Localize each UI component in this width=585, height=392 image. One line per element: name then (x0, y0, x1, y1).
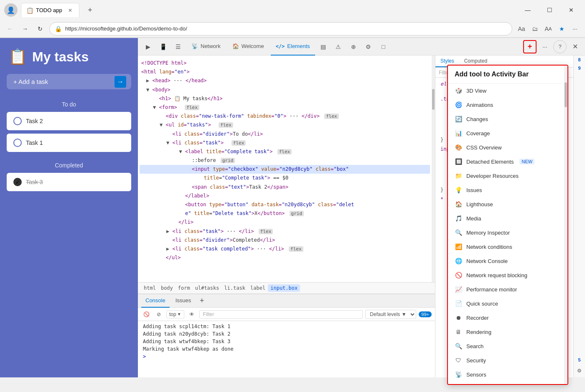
dropdown-item-memory-inspector[interactable]: 🔍 Memory Inspector (448, 225, 567, 240)
translate-button[interactable]: AA (542, 23, 554, 35)
browser-tab-todo[interactable]: 📋 TODO app ✕ (21, 3, 79, 17)
tab-close-button[interactable]: ✕ (66, 7, 74, 14)
dropdown-item-rendering[interactable]: 🖥 Rendering (448, 325, 567, 339)
dropdown-item-label: Security (466, 357, 486, 364)
recorder-icon: ⏺ (455, 314, 462, 321)
profile-avatar[interactable]: 👤 (4, 3, 18, 17)
device-toolbar-button[interactable]: □ (377, 40, 390, 53)
sidebar-number-8[interactable]: 8 (578, 57, 580, 62)
minimize-button[interactable]: — (518, 3, 537, 17)
dropdown-item-detached-elements[interactable]: 🔲 Detached Elements NEW (448, 154, 567, 169)
more-button[interactable]: ··· (569, 23, 581, 35)
collections-button[interactable]: 🗂 (529, 23, 541, 35)
dropdown-item-media[interactable]: 🎵 Media (448, 211, 567, 225)
task-checkbox-task1[interactable] (13, 139, 22, 147)
console-line: Adding task scpl14ctm: Task 1 (141, 323, 432, 330)
dropdown-item-quick-source[interactable]: 📄 Quick source (448, 296, 567, 311)
console-add-panel-button[interactable]: + (197, 296, 207, 306)
console-filter-button[interactable]: ⊘ (154, 309, 164, 319)
task-checkbox-task3[interactable]: ✓ (13, 178, 22, 186)
forward-button[interactable]: → (19, 23, 31, 35)
console-line: Marking task wtwf4bkep as done (141, 345, 432, 353)
console-filter-input[interactable] (199, 310, 363, 319)
read-aloud-button[interactable]: Aa (516, 23, 527, 35)
dropdown-item-issues[interactable]: 💡 Issues (448, 183, 567, 197)
console-clear-button[interactable]: 🚫 (141, 309, 151, 319)
html-view[interactable]: <!DOCTYPE html> <html lang="en"> ▶ <head… (138, 56, 432, 282)
console-panel-button[interactable]: ▤ (317, 40, 330, 53)
dropdown-item-lighthouse[interactable]: 🏠 Lighthouse (448, 197, 567, 211)
maximize-button[interactable]: ☐ (540, 3, 559, 17)
console-eye-button[interactable]: 👁 (187, 309, 197, 319)
favorites-button[interactable]: ★ (556, 23, 567, 35)
help-button[interactable]: ? (553, 40, 567, 53)
dropdown-scrollbar[interactable] (564, 66, 567, 384)
elements-scrollbar[interactable] (432, 56, 435, 282)
breadcrumb-label[interactable]: label (248, 284, 268, 292)
dropdown-item-network-request-blocking[interactable]: 🚫 Network request blocking (448, 268, 567, 282)
add-task-button[interactable]: + Add a task → (7, 74, 131, 89)
breadcrumb-body[interactable]: body (158, 284, 176, 292)
dropdown-item-security[interactable]: 🛡 Security (448, 353, 567, 367)
console-context-dropdown[interactable]: top ▼ (166, 310, 184, 319)
dropdown-item-search[interactable]: 🔍 Search (448, 339, 567, 353)
tab-network[interactable]: 📡 Network (186, 38, 226, 56)
settings-button[interactable]: ⚙ (362, 40, 375, 53)
device-emulation-button[interactable]: 📱 (156, 40, 170, 53)
console-context-arrow: ▼ (177, 312, 181, 316)
breadcrumb-li-task[interactable]: li.task (222, 284, 248, 292)
html-line: ▶ <li class="task"> ··· </li> flex (140, 227, 430, 236)
dropdown-item-sensors[interactable]: 📡 Sensors (448, 367, 567, 382)
console-tab-issues[interactable]: Issues (171, 294, 196, 308)
todo-task-item[interactable]: Task 1 (7, 134, 131, 152)
task-checkbox-task2[interactable] (13, 117, 22, 125)
dropdown-item-coverage[interactable]: 📊 Coverage (448, 126, 567, 140)
dropdown-item-network-console[interactable]: 🌐 Network Console (448, 254, 567, 268)
3d-view-icon: 🎲 (455, 87, 462, 94)
dropdown-item-3d-view[interactable]: 🎲 3D View (448, 83, 567, 98)
inspect-element-button[interactable]: ▶ (141, 40, 155, 53)
dropdown-item-changes[interactable]: 🔄 Changes (448, 112, 567, 126)
close-window-button[interactable]: ✕ (562, 3, 581, 17)
breadcrumb-input-box[interactable]: input.box (268, 284, 300, 292)
sidebar-settings-button[interactable]: ⚙ (575, 366, 585, 376)
close-devtools-button[interactable]: ✕ (568, 40, 582, 53)
issues-button[interactable]: ⚠ (332, 40, 345, 53)
add-tool-button[interactable]: + (523, 40, 537, 53)
changes-icon: 🔄 (455, 115, 462, 123)
dropdown-item-animations[interactable]: 🌀 Animations (448, 98, 567, 112)
todo-task-item-completed[interactable]: ✓ Task 3 (7, 173, 131, 191)
sidebar-toggle-button[interactable]: ☰ (171, 40, 185, 53)
todo-app-icon: 📋 (8, 48, 27, 66)
completed-section-label: Completed (0, 162, 138, 169)
back-button[interactable]: ← (4, 23, 16, 35)
completed-section: Completed ✓ Task 3 (0, 159, 138, 191)
console-levels-select[interactable]: Default levels ▼ (365, 310, 416, 319)
dropdown-item-label: Changes (466, 116, 488, 122)
more-options-button[interactable]: ··· (538, 40, 552, 53)
breadcrumb-form[interactable]: form (176, 284, 193, 292)
dropdown-item-recorder[interactable]: ⏺ Recorder (448, 311, 567, 325)
todo-task-item[interactable]: Task 2 (7, 112, 131, 130)
dropdown-item-developer-resources[interactable]: 📁 Developer Resources (448, 169, 567, 183)
url-bar[interactable]: 🔒 https://microsoftedge.github.io/Demos/… (49, 22, 512, 35)
console-tab-console[interactable]: Console (141, 294, 170, 308)
breadcrumb-html[interactable]: html (141, 284, 158, 292)
dropdown-item-network-conditions[interactable]: 📶 Network conditions (448, 240, 567, 254)
network-tab-icon: 📡 (191, 43, 198, 49)
tab-elements[interactable]: </> Elements (271, 38, 315, 56)
sources-button[interactable]: ⊕ (347, 40, 360, 53)
breadcrumb-ul-tasks[interactable]: ul#tasks (193, 284, 222, 292)
animations-icon: 🌀 (455, 101, 462, 109)
new-tab-button[interactable]: + (84, 4, 96, 16)
dropdown-item-label: Network conditions (466, 244, 512, 250)
dropdown-item-css-overview[interactable]: 🎨 CSS Overview (448, 140, 567, 154)
dropdown-item-source-maps-monitor[interactable]: 🗺 Source Maps Monitor (448, 382, 567, 384)
tab-welcome[interactable]: 🏠 Welcome (227, 38, 269, 56)
sidebar-number-9[interactable]: 9 (578, 66, 580, 71)
reload-button[interactable]: ↻ (34, 23, 46, 35)
sidebar-number-5[interactable]: 5 (578, 357, 580, 362)
dropdown-item-performance-monitor[interactable]: 📈 Performance monitor (448, 282, 567, 296)
html-line: e" title="Delete task">X</button> grid (140, 209, 430, 218)
console-prompt-line[interactable]: > (141, 353, 432, 360)
